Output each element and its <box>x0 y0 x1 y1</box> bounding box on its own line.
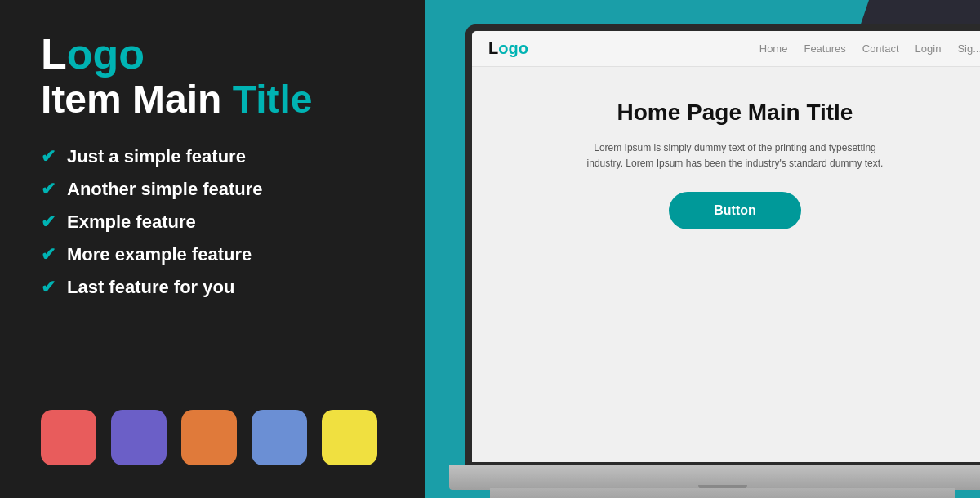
website-logo-teal: ogo <box>498 39 528 57</box>
logo: Logo <box>41 33 384 75</box>
website-nav: Logo Home Features Contact Login Sig... <box>472 31 980 67</box>
feature-label: Just a simple feature <box>67 146 246 167</box>
website-cta-button[interactable]: Button <box>669 192 801 229</box>
logo-area: Logo Item Main Title <box>41 33 384 122</box>
check-icon: ✔ <box>41 211 56 233</box>
nav-signup[interactable]: Sig... <box>957 42 980 55</box>
right-panel: Logo Home Features Contact Login Sig... … <box>425 0 980 498</box>
list-item: ✔ Last feature for you <box>41 277 384 298</box>
left-panel: Logo Item Main Title ✔ Just a simple fea… <box>0 0 425 498</box>
laptop-stand <box>490 488 956 498</box>
website-nav-links: Home Features Contact Login Sig... <box>760 42 980 55</box>
check-icon: ✔ <box>41 277 56 298</box>
nav-contact[interactable]: Contact <box>862 42 899 55</box>
logo-teal: ogo <box>67 30 145 78</box>
swatch-orange[interactable] <box>181 410 237 465</box>
feature-label: More example feature <box>67 244 252 265</box>
nav-features[interactable]: Features <box>804 42 845 55</box>
swatch-red[interactable] <box>41 410 96 465</box>
website-logo: Logo <box>488 39 528 58</box>
nav-login[interactable]: Login <box>915 42 942 55</box>
list-item: ✔ Exmple feature <box>41 211 384 233</box>
list-item: ✔ More example feature <box>41 244 384 265</box>
laptop-base <box>449 465 980 490</box>
swatch-purple[interactable] <box>111 410 167 465</box>
feature-label: Last feature for you <box>67 277 234 298</box>
website-description: Lorem Ipsum is simply dummy text of the … <box>580 140 890 171</box>
features-list: ✔ Just a simple feature ✔ Another simple… <box>41 146 384 394</box>
list-item: ✔ Just a simple feature <box>41 146 384 167</box>
website-content: Home Page Main Title Lorem Ipsum is simp… <box>472 67 980 254</box>
nav-home[interactable]: Home <box>760 42 788 55</box>
main-title-teal: Title <box>233 78 313 121</box>
main-title: Item Main Title <box>41 78 384 122</box>
laptop-screen-inner: Logo Home Features Contact Login Sig... … <box>472 31 980 462</box>
website-main-title: Home Page Main Title <box>617 100 853 126</box>
laptop-screen-outer: Logo Home Features Contact Login Sig... … <box>466 24 980 465</box>
check-icon: ✔ <box>41 146 56 167</box>
check-icon: ✔ <box>41 179 56 200</box>
swatch-yellow[interactable] <box>322 410 377 465</box>
list-item: ✔ Another simple feature <box>41 179 384 200</box>
feature-label: Another simple feature <box>67 179 263 200</box>
color-swatches <box>41 410 384 465</box>
laptop-mockup: Logo Home Features Contact Login Sig... … <box>449 24 980 498</box>
swatch-blue[interactable] <box>252 410 307 465</box>
feature-label: Exmple feature <box>67 211 196 233</box>
check-icon: ✔ <box>41 244 56 265</box>
